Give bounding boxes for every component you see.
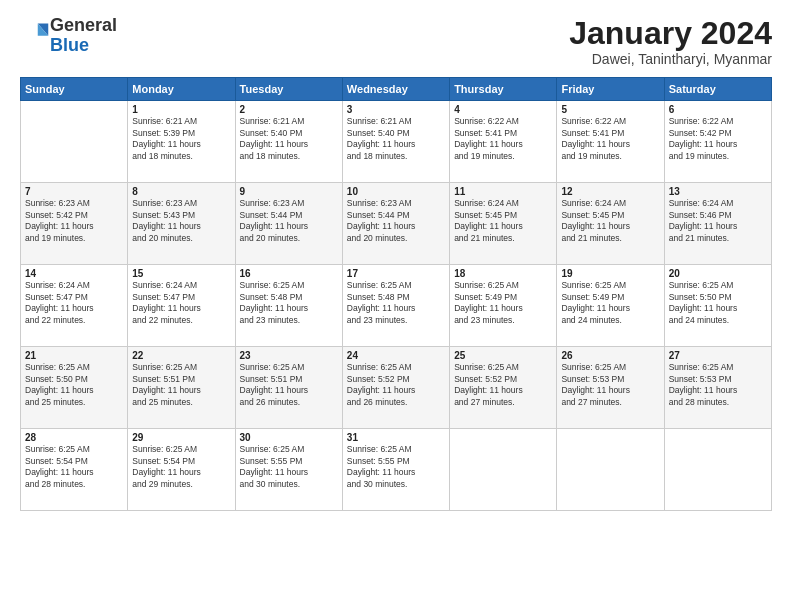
day-info: Sunrise: 6:25 AM Sunset: 5:52 PM Dayligh…: [347, 362, 445, 408]
calendar-cell: 7Sunrise: 6:23 AM Sunset: 5:42 PM Daylig…: [21, 183, 128, 265]
day-number: 25: [454, 350, 552, 361]
page: General Blue January 2024 Dawei, Taninth…: [0, 0, 792, 612]
day-info: Sunrise: 6:25 AM Sunset: 5:48 PM Dayligh…: [347, 280, 445, 326]
col-header-monday: Monday: [128, 78, 235, 101]
calendar-cell: 3Sunrise: 6:21 AM Sunset: 5:40 PM Daylig…: [342, 101, 449, 183]
col-header-tuesday: Tuesday: [235, 78, 342, 101]
day-number: 7: [25, 186, 123, 197]
day-number: 31: [347, 432, 445, 443]
col-header-wednesday: Wednesday: [342, 78, 449, 101]
day-number: 2: [240, 104, 338, 115]
calendar-cell: 22Sunrise: 6:25 AM Sunset: 5:51 PM Dayli…: [128, 347, 235, 429]
day-info: Sunrise: 6:21 AM Sunset: 5:40 PM Dayligh…: [347, 116, 445, 162]
calendar-cell: 13Sunrise: 6:24 AM Sunset: 5:46 PM Dayli…: [664, 183, 771, 265]
header-row: SundayMondayTuesdayWednesdayThursdayFrid…: [21, 78, 772, 101]
day-number: 13: [669, 186, 767, 197]
calendar-cell: 15Sunrise: 6:24 AM Sunset: 5:47 PM Dayli…: [128, 265, 235, 347]
calendar-cell: 23Sunrise: 6:25 AM Sunset: 5:51 PM Dayli…: [235, 347, 342, 429]
day-info: Sunrise: 6:22 AM Sunset: 5:42 PM Dayligh…: [669, 116, 767, 162]
day-info: Sunrise: 6:22 AM Sunset: 5:41 PM Dayligh…: [454, 116, 552, 162]
calendar-subtitle: Dawei, Tanintharyi, Myanmar: [569, 51, 772, 67]
day-info: Sunrise: 6:22 AM Sunset: 5:41 PM Dayligh…: [561, 116, 659, 162]
col-header-thursday: Thursday: [450, 78, 557, 101]
calendar-cell: 1Sunrise: 6:21 AM Sunset: 5:39 PM Daylig…: [128, 101, 235, 183]
day-number: 6: [669, 104, 767, 115]
day-info: Sunrise: 6:24 AM Sunset: 5:47 PM Dayligh…: [132, 280, 230, 326]
title-block: January 2024 Dawei, Tanintharyi, Myanmar: [569, 16, 772, 67]
day-info: Sunrise: 6:21 AM Sunset: 5:39 PM Dayligh…: [132, 116, 230, 162]
calendar-cell: 2Sunrise: 6:21 AM Sunset: 5:40 PM Daylig…: [235, 101, 342, 183]
calendar-table: SundayMondayTuesdayWednesdayThursdayFrid…: [20, 77, 772, 511]
day-info: Sunrise: 6:25 AM Sunset: 5:50 PM Dayligh…: [669, 280, 767, 326]
calendar-row-0: 1Sunrise: 6:21 AM Sunset: 5:39 PM Daylig…: [21, 101, 772, 183]
day-number: 27: [669, 350, 767, 361]
day-info: Sunrise: 6:25 AM Sunset: 5:49 PM Dayligh…: [561, 280, 659, 326]
day-number: 14: [25, 268, 123, 279]
calendar-row-4: 28Sunrise: 6:25 AM Sunset: 5:54 PM Dayli…: [21, 429, 772, 511]
day-info: Sunrise: 6:25 AM Sunset: 5:50 PM Dayligh…: [25, 362, 123, 408]
calendar-row-1: 7Sunrise: 6:23 AM Sunset: 5:42 PM Daylig…: [21, 183, 772, 265]
calendar-cell: 8Sunrise: 6:23 AM Sunset: 5:43 PM Daylig…: [128, 183, 235, 265]
day-number: 28: [25, 432, 123, 443]
day-number: 30: [240, 432, 338, 443]
calendar-cell: 6Sunrise: 6:22 AM Sunset: 5:42 PM Daylig…: [664, 101, 771, 183]
day-number: 16: [240, 268, 338, 279]
logo-blue-text: Blue: [50, 35, 89, 55]
day-info: Sunrise: 6:23 AM Sunset: 5:44 PM Dayligh…: [347, 198, 445, 244]
calendar-row-2: 14Sunrise: 6:24 AM Sunset: 5:47 PM Dayli…: [21, 265, 772, 347]
day-number: 24: [347, 350, 445, 361]
day-info: Sunrise: 6:25 AM Sunset: 5:53 PM Dayligh…: [669, 362, 767, 408]
day-number: 19: [561, 268, 659, 279]
logo-icon: [22, 20, 50, 48]
calendar-cell: 10Sunrise: 6:23 AM Sunset: 5:44 PM Dayli…: [342, 183, 449, 265]
calendar-cell: 17Sunrise: 6:25 AM Sunset: 5:48 PM Dayli…: [342, 265, 449, 347]
calendar-cell: 16Sunrise: 6:25 AM Sunset: 5:48 PM Dayli…: [235, 265, 342, 347]
col-header-saturday: Saturday: [664, 78, 771, 101]
calendar-cell: 28Sunrise: 6:25 AM Sunset: 5:54 PM Dayli…: [21, 429, 128, 511]
day-number: 3: [347, 104, 445, 115]
calendar-cell: 25Sunrise: 6:25 AM Sunset: 5:52 PM Dayli…: [450, 347, 557, 429]
header: General Blue January 2024 Dawei, Taninth…: [20, 16, 772, 67]
day-info: Sunrise: 6:24 AM Sunset: 5:46 PM Dayligh…: [669, 198, 767, 244]
day-info: Sunrise: 6:25 AM Sunset: 5:51 PM Dayligh…: [132, 362, 230, 408]
day-info: Sunrise: 6:24 AM Sunset: 5:45 PM Dayligh…: [454, 198, 552, 244]
calendar-cell: 4Sunrise: 6:22 AM Sunset: 5:41 PM Daylig…: [450, 101, 557, 183]
calendar-cell: 18Sunrise: 6:25 AM Sunset: 5:49 PM Dayli…: [450, 265, 557, 347]
day-number: 11: [454, 186, 552, 197]
day-info: Sunrise: 6:25 AM Sunset: 5:55 PM Dayligh…: [347, 444, 445, 490]
logo: General Blue: [20, 16, 117, 56]
col-header-sunday: Sunday: [21, 78, 128, 101]
day-number: 17: [347, 268, 445, 279]
day-number: 15: [132, 268, 230, 279]
day-info: Sunrise: 6:23 AM Sunset: 5:43 PM Dayligh…: [132, 198, 230, 244]
day-info: Sunrise: 6:25 AM Sunset: 5:55 PM Dayligh…: [240, 444, 338, 490]
day-info: Sunrise: 6:23 AM Sunset: 5:44 PM Dayligh…: [240, 198, 338, 244]
calendar-cell: 12Sunrise: 6:24 AM Sunset: 5:45 PM Dayli…: [557, 183, 664, 265]
day-info: Sunrise: 6:25 AM Sunset: 5:54 PM Dayligh…: [132, 444, 230, 490]
day-number: 22: [132, 350, 230, 361]
calendar-title: January 2024: [569, 16, 772, 51]
calendar-cell: [450, 429, 557, 511]
day-info: Sunrise: 6:23 AM Sunset: 5:42 PM Dayligh…: [25, 198, 123, 244]
day-number: 18: [454, 268, 552, 279]
day-number: 4: [454, 104, 552, 115]
calendar-cell: 27Sunrise: 6:25 AM Sunset: 5:53 PM Dayli…: [664, 347, 771, 429]
calendar-cell: 11Sunrise: 6:24 AM Sunset: 5:45 PM Dayli…: [450, 183, 557, 265]
day-number: 5: [561, 104, 659, 115]
day-info: Sunrise: 6:21 AM Sunset: 5:40 PM Dayligh…: [240, 116, 338, 162]
day-number: 26: [561, 350, 659, 361]
logo-general-text: General: [50, 15, 117, 35]
calendar-cell: 9Sunrise: 6:23 AM Sunset: 5:44 PM Daylig…: [235, 183, 342, 265]
day-info: Sunrise: 6:25 AM Sunset: 5:49 PM Dayligh…: [454, 280, 552, 326]
calendar-cell: 29Sunrise: 6:25 AM Sunset: 5:54 PM Dayli…: [128, 429, 235, 511]
day-number: 21: [25, 350, 123, 361]
calendar-cell: 30Sunrise: 6:25 AM Sunset: 5:55 PM Dayli…: [235, 429, 342, 511]
day-info: Sunrise: 6:25 AM Sunset: 5:53 PM Dayligh…: [561, 362, 659, 408]
calendar-row-3: 21Sunrise: 6:25 AM Sunset: 5:50 PM Dayli…: [21, 347, 772, 429]
calendar-cell: 26Sunrise: 6:25 AM Sunset: 5:53 PM Dayli…: [557, 347, 664, 429]
calendar-cell: 31Sunrise: 6:25 AM Sunset: 5:55 PM Dayli…: [342, 429, 449, 511]
calendar-cell: 19Sunrise: 6:25 AM Sunset: 5:49 PM Dayli…: [557, 265, 664, 347]
day-number: 20: [669, 268, 767, 279]
day-info: Sunrise: 6:24 AM Sunset: 5:47 PM Dayligh…: [25, 280, 123, 326]
calendar-cell: 20Sunrise: 6:25 AM Sunset: 5:50 PM Dayli…: [664, 265, 771, 347]
